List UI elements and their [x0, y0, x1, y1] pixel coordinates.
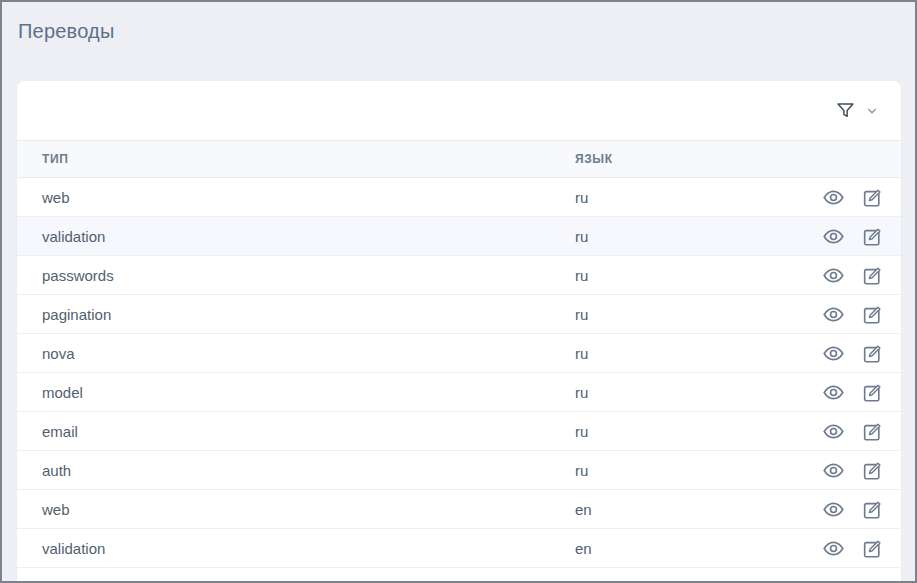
cell-lang: ru	[550, 373, 771, 412]
cell-type: pagination	[17, 295, 550, 334]
eye-icon	[822, 420, 845, 443]
view-button[interactable]	[822, 381, 845, 404]
edit-button[interactable]	[862, 343, 883, 364]
table-row: email ru	[17, 412, 901, 451]
view-button[interactable]	[822, 342, 845, 365]
cell-actions	[771, 529, 901, 568]
cell-actions	[771, 178, 901, 217]
cell-lang: ru	[550, 217, 771, 256]
view-button[interactable]	[822, 420, 845, 443]
table-row: pagination ru	[17, 295, 901, 334]
cell-type: nova	[17, 334, 550, 373]
chevron-down-icon	[865, 104, 879, 118]
table-row: auth ru	[17, 451, 901, 490]
table-row: web en	[17, 490, 901, 529]
column-header-type: ТИП	[17, 141, 550, 178]
cell-actions	[771, 256, 901, 295]
eye-icon	[822, 342, 845, 365]
filter-funnel-icon	[835, 100, 856, 121]
edit-button[interactable]	[862, 499, 883, 520]
view-button[interactable]	[822, 264, 845, 287]
edit-button[interactable]	[862, 265, 883, 286]
edit-pencil-icon	[862, 265, 883, 286]
table-row: nova ru	[17, 334, 901, 373]
edit-pencil-icon	[862, 499, 883, 520]
table-row: model ru	[17, 373, 901, 412]
edit-button[interactable]	[862, 421, 883, 442]
edit-pencil-icon	[862, 538, 883, 559]
cell-actions	[771, 373, 901, 412]
translations-card: ТИП ЯЗЫК web ru	[17, 81, 901, 583]
cell-type: web	[17, 178, 550, 217]
filter-dropdown-button[interactable]	[833, 96, 881, 125]
table-row: web ru	[17, 178, 901, 217]
edit-button[interactable]	[862, 187, 883, 208]
table-row: validation en	[17, 529, 901, 568]
table-row: validation ru	[17, 217, 901, 256]
cell-type: model	[17, 373, 550, 412]
view-button[interactable]	[822, 459, 845, 482]
eye-icon	[822, 186, 845, 209]
eye-icon	[822, 225, 845, 248]
cell-type: validation	[17, 217, 550, 256]
table-row-partial	[17, 568, 901, 583]
cell-lang: ru	[550, 256, 771, 295]
view-button[interactable]	[822, 186, 845, 209]
edit-pencil-icon	[862, 304, 883, 325]
cell-actions	[771, 451, 901, 490]
view-button[interactable]	[822, 498, 845, 521]
edit-button[interactable]	[862, 460, 883, 481]
edit-pencil-icon	[862, 187, 883, 208]
cell-lang: en	[550, 529, 771, 568]
edit-pencil-icon	[862, 382, 883, 403]
cell-lang: ru	[550, 295, 771, 334]
edit-pencil-icon	[862, 226, 883, 247]
cell-type: web	[17, 490, 550, 529]
edit-pencil-icon	[862, 343, 883, 364]
edit-button[interactable]	[862, 382, 883, 403]
cell-actions	[771, 334, 901, 373]
edit-pencil-icon	[862, 421, 883, 442]
view-button[interactable]	[822, 303, 845, 326]
cell-type: validation	[17, 529, 550, 568]
eye-icon	[822, 459, 845, 482]
table-body: web ru	[17, 178, 901, 583]
cell-lang: ru	[550, 412, 771, 451]
eye-icon	[822, 264, 845, 287]
eye-icon	[822, 381, 845, 404]
eye-icon	[822, 303, 845, 326]
view-button[interactable]	[822, 225, 845, 248]
eye-icon	[822, 537, 845, 560]
translations-table: ТИП ЯЗЫК web ru	[17, 140, 901, 583]
cell-actions	[771, 295, 901, 334]
page-title: Переводы	[18, 20, 915, 43]
cell-lang: ru	[550, 334, 771, 373]
cell-actions	[771, 412, 901, 451]
edit-button[interactable]	[862, 538, 883, 559]
cell-lang: ru	[550, 451, 771, 490]
table-row: passwords ru	[17, 256, 901, 295]
cell-actions	[771, 490, 901, 529]
column-header-lang: ЯЗЫК	[550, 141, 771, 178]
column-header-actions	[771, 141, 901, 178]
cell-lang: en	[550, 490, 771, 529]
cell-type: passwords	[17, 256, 550, 295]
edit-button[interactable]	[862, 304, 883, 325]
cell-type: email	[17, 412, 550, 451]
edit-button[interactable]	[862, 226, 883, 247]
view-button[interactable]	[822, 537, 845, 560]
table-toolbar	[17, 81, 901, 140]
cell-lang: ru	[550, 178, 771, 217]
edit-pencil-icon	[862, 460, 883, 481]
cell-type: auth	[17, 451, 550, 490]
table-header-row: ТИП ЯЗЫК	[17, 141, 901, 178]
cell-actions	[771, 217, 901, 256]
eye-icon	[822, 498, 845, 521]
